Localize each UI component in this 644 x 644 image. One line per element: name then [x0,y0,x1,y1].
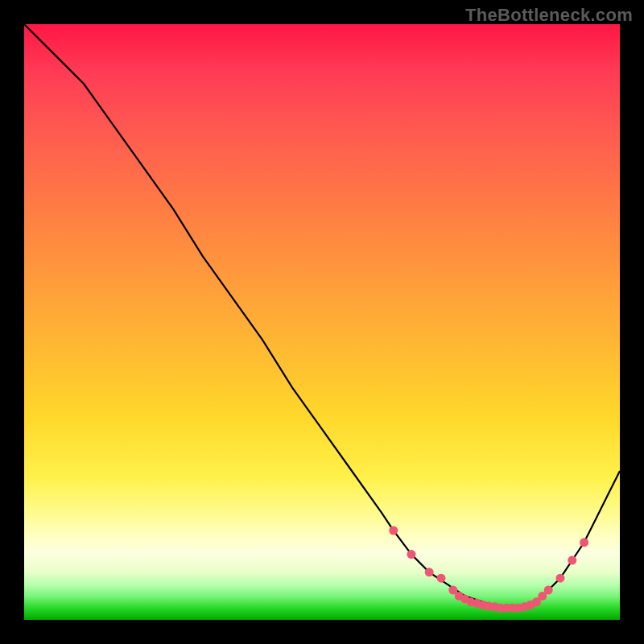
chart-frame: TheBottleneck.com [0,0,644,644]
plot-gradient-area [24,24,620,620]
marker-dot [389,526,398,535]
marker-dot [556,574,565,583]
marker-dot [407,550,416,559]
marker-group [389,526,588,613]
marker-dot [568,556,576,565]
bottleneck-curve-svg [24,24,620,620]
marker-dot [437,574,446,583]
marker-dot [544,586,553,595]
marker-dot [580,538,588,547]
watermark-text: TheBottleneck.com [465,5,633,26]
marker-dot [425,568,434,576]
bottleneck-curve-path [24,24,620,608]
